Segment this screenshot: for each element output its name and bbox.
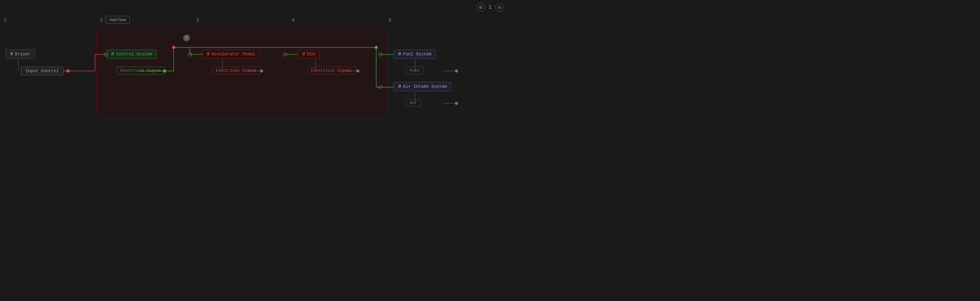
air-intake-system-node[interactable]: # Air Intake System xyxy=(394,82,451,91)
col5-top-connector xyxy=(375,46,378,49)
control-system-left-connector xyxy=(104,52,108,56)
input-control-right-connector xyxy=(67,70,70,73)
fuel-node[interactable]: Fuel xyxy=(406,67,423,74)
driver-node[interactable]: # Driver xyxy=(5,49,35,59)
ecu-label: ECU xyxy=(307,52,315,57)
add-flow-button[interactable]: Add Flow xyxy=(105,16,130,24)
col-header-1: 1 xyxy=(4,18,7,23)
fuel-system-hash: # xyxy=(398,51,401,57)
input-control-node[interactable]: Input Control xyxy=(21,67,64,75)
badge-count: 1 xyxy=(185,36,188,40)
electrical-signal-1-label: Electrical Signal xyxy=(120,68,161,73)
electrical-signal-2-right-connector xyxy=(260,70,263,73)
electrical-signal-1[interactable]: Electrical Signal xyxy=(116,67,165,74)
control-system-label: Control System xyxy=(116,52,152,57)
col-header-4: 4 xyxy=(292,18,295,23)
junction-connector-red xyxy=(172,46,175,49)
col-header-2: 2 xyxy=(100,18,103,23)
electrical-signal-2-label: Electrical Signal xyxy=(216,68,257,73)
flow-badge: 1 xyxy=(183,35,190,41)
fuel-right-connector xyxy=(455,70,458,73)
air-label: Air xyxy=(410,101,417,105)
electrical-signal-2[interactable]: Electrical Signal xyxy=(212,67,261,74)
fuel-label: Fuel xyxy=(410,68,419,73)
electrical-signal-1-right-connector xyxy=(163,70,166,73)
col-header-3: 3 xyxy=(196,18,199,23)
page-number: 1 xyxy=(488,5,492,10)
electrical-signal-3[interactable]: Electrical Signal xyxy=(307,67,356,74)
air-intake-label: Air Intake System xyxy=(403,84,447,89)
accelerator-pedal-hash: # xyxy=(207,51,210,57)
col5-air-left-connector xyxy=(379,86,382,89)
air-right-connector xyxy=(455,102,458,105)
electrical-signal-3-label: Electrical Signal xyxy=(311,68,352,73)
electrical-signal-3-right-connector xyxy=(356,70,360,73)
plus-icon: ⊕ xyxy=(479,4,482,11)
driver-label: Driver xyxy=(15,52,30,57)
control-system-hash: # xyxy=(111,51,114,57)
pagination-bar: ⊕ 1 ⊖ xyxy=(476,3,504,12)
accelerator-pedal-node[interactable]: # Accelerator Pedal xyxy=(202,49,260,59)
col4-left-connector xyxy=(283,52,287,56)
fuel-system-label: Fuel System xyxy=(403,52,431,57)
ecu-node[interactable]: # ECU xyxy=(298,49,320,59)
next-page-button[interactable]: ⊖ xyxy=(495,3,504,12)
fuel-system-node[interactable]: # Fuel System xyxy=(394,49,436,59)
air-intake-hash: # xyxy=(398,84,401,89)
col5-fuel-left-connector xyxy=(379,52,382,56)
col-header-5: 5 xyxy=(388,18,391,23)
accelerator-pedal-label: Accelerator Pedal xyxy=(212,52,256,57)
control-system-node[interactable]: # Control System xyxy=(107,49,156,59)
prev-page-button[interactable]: ⊕ xyxy=(476,3,485,12)
air-node[interactable]: Air xyxy=(406,99,421,107)
driver-hash: # xyxy=(10,51,13,57)
minus-icon: ⊖ xyxy=(498,4,501,11)
col3-left-connector xyxy=(188,52,192,56)
input-control-label: Input Control xyxy=(25,68,59,73)
ecu-hash: # xyxy=(302,51,305,57)
